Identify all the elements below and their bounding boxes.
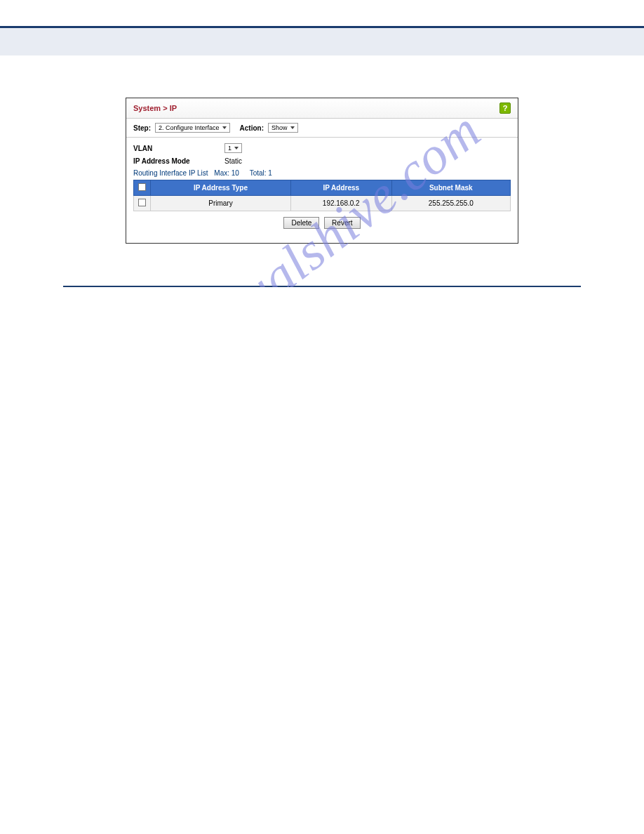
select-all-checkbox[interactable] <box>138 183 146 191</box>
page-header-bar <box>0 26 644 55</box>
breadcrumb: System > IP <box>133 104 177 112</box>
vlan-label: VLAN <box>133 145 224 152</box>
vlan-value: 1 <box>228 145 232 152</box>
form-area: VLAN 1 IP Address Mode Static Routing In… <box>126 138 518 243</box>
step-action-row: Step: 2. Configure Interface Action: Sho… <box>126 119 518 138</box>
ip-list-total: Total: 1 <box>250 169 272 177</box>
row-address: 192.168.0.2 <box>290 196 391 211</box>
vlan-select[interactable]: 1 <box>224 143 242 153</box>
ip-list-title: Routing Interface IP List <box>133 169 208 177</box>
chevron-down-icon <box>222 126 227 129</box>
step-label: Step: <box>133 124 151 132</box>
table-header-row: IP Address Type IP Address Subnet Mask <box>134 180 511 196</box>
step-select[interactable]: 2. Configure Interface <box>155 123 230 133</box>
action-select-value: Show <box>271 124 288 131</box>
ip-mode-value: Static <box>224 157 242 165</box>
table-row: Primary 192.168.0.2 255.255.255.0 <box>134 196 511 211</box>
action-label: Action: <box>240 124 264 132</box>
vlan-row: VLAN 1 <box>133 143 511 153</box>
row-select-cell <box>134 196 151 211</box>
ip-mode-row: IP Address Mode Static <box>133 157 511 165</box>
row-type: Primary <box>151 196 291 211</box>
step-select-value: 2. Configure Interface <box>159 124 220 131</box>
ip-table: IP Address Type IP Address Subnet Mask P… <box>133 180 511 211</box>
col-type: IP Address Type <box>151 180 291 196</box>
select-all-header <box>134 180 151 196</box>
section-divider <box>63 286 581 287</box>
help-icon[interactable]: ? <box>499 102 511 114</box>
row-mask: 255.255.255.0 <box>391 196 510 211</box>
button-row: Delete Revert <box>133 211 511 236</box>
ip-mode-label: IP Address Mode <box>133 157 224 165</box>
panel-header: System > IP ? <box>126 98 518 119</box>
chevron-down-icon <box>290 126 295 129</box>
ip-config-panel: System > IP ? Step: 2. Configure Interfa… <box>126 98 518 244</box>
revert-button[interactable]: Revert <box>324 217 360 229</box>
ip-list-header: Routing Interface IP List Max: 10 Total:… <box>133 169 511 177</box>
row-checkbox[interactable] <box>138 199 146 206</box>
action-select[interactable]: Show <box>268 123 298 133</box>
col-address: IP Address <box>290 180 391 196</box>
delete-button[interactable]: Delete <box>283 217 319 229</box>
col-mask: Subnet Mask <box>391 180 510 196</box>
ip-list-max: Max: 10 <box>214 169 239 177</box>
chevron-down-icon <box>234 147 239 150</box>
